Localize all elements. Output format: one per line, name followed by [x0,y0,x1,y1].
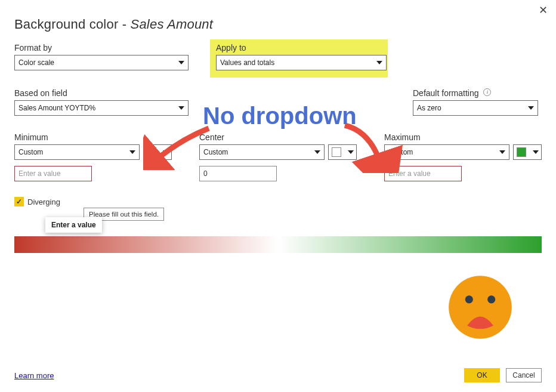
chevron-down-icon [533,150,539,154]
checkbox-icon: ✓ [14,197,24,206]
minimum-group: Minimum Custom Enter a value [14,132,181,181]
based-on-value: Sales Amount YOYTD% [18,104,175,112]
chevron-down-icon [376,61,382,64]
title-prefix: Background color - [14,17,131,32]
maximum-color-swatch [517,147,526,157]
based-on-select[interactable]: Sales Amount YOYTD% [14,100,189,116]
dialog-title: Background color - Sales Amount [14,17,542,32]
chevron-down-icon [178,106,184,110]
minimum-mode-value: Custom [18,148,43,156]
maximum-mode-value: Custom [388,148,413,156]
default-formatting-select[interactable]: As zero [413,100,538,116]
maximum-value-placeholder: Enter a value [388,169,431,178]
svg-point-0 [449,276,512,339]
apply-to-value: Values and totals [220,58,373,67]
format-by-select[interactable]: Color scale [14,55,189,70]
format-by-label: Format by [14,43,192,53]
diverging-checkbox[interactable]: ✓ Diverging [14,197,542,206]
maximum-mode-select[interactable]: Custom [384,144,509,160]
based-on-label: Based on field [14,88,189,98]
minimum-label: Minimum [14,132,181,142]
chevron-down-icon [348,150,354,154]
svg-point-2 [487,295,495,303]
svg-point-1 [465,295,473,303]
maximum-label: Maximum [384,132,542,142]
background-color-dialog: ✕ Background color - Sales Amount Format… [0,0,556,392]
center-value: 0 [203,169,208,178]
default-formatting-value: As zero [417,104,524,112]
format-by-group: Format by Color scale [14,43,192,70]
chevron-down-icon [314,150,320,154]
center-color-picker[interactable] [328,144,357,160]
title-field: Sales Amount [131,17,214,32]
chevron-down-icon [178,61,184,64]
ok-button[interactable]: OK [464,368,500,382]
center-value-input[interactable]: 0 [199,166,277,181]
minimum-mode-select[interactable]: Custom [14,144,140,160]
diverging-label: Diverging [27,197,60,206]
apply-to-label: Apply to [216,43,382,53]
chevron-down-icon [499,150,505,154]
minimum-color-picker[interactable] [143,144,172,160]
maximum-color-picker[interactable] [513,144,542,160]
minimum-value-input[interactable]: Enter a value [14,166,92,181]
maximum-value-input[interactable]: Enter a value [384,166,462,181]
center-label: Center [199,132,366,142]
default-formatting-label-text: Default formatting [413,88,479,98]
minimum-value-placeholder: Enter a value [18,169,61,178]
apply-to-select[interactable]: Values and totals [216,55,387,70]
chevron-down-icon [129,150,135,154]
minimum-color-swatch [147,147,156,157]
dialog-footer: Learn more OK Cancel [14,368,542,382]
center-mode-value: Custom [203,148,228,156]
maximum-group: Maximum Custom Enter a value [384,132,542,181]
based-on-group: Based on field Sales Amount YOYTD% [14,88,189,116]
color-gradient-preview [14,236,542,253]
center-group: Center Custom 0 [199,132,366,181]
hover-tooltip: Enter a value [45,217,102,233]
format-by-value: Color scale [18,58,175,67]
chevron-down-icon [163,150,169,154]
info-icon[interactable]: i [483,88,491,96]
chevron-down-icon [528,106,534,110]
apply-to-group-highlight: Apply to Values and totals [210,39,388,78]
learn-more-link[interactable]: Learn more [14,371,54,380]
default-formatting-label: Default formatting i [413,88,538,98]
sad-face-icon [447,274,513,340]
center-color-swatch [332,147,341,157]
close-icon[interactable]: ✕ [539,4,548,17]
default-formatting-group: Default formatting i As zero [413,88,538,116]
center-mode-select[interactable]: Custom [199,144,325,160]
cancel-button[interactable]: Cancel [506,368,542,382]
